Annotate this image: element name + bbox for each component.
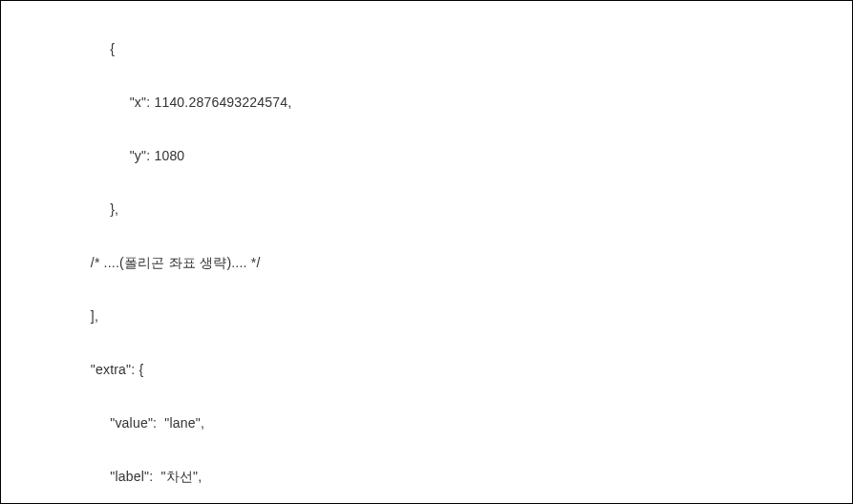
code-line: "label": "차선", bbox=[12, 463, 841, 490]
code-line: "value": "lane", bbox=[12, 410, 841, 436]
code-line: "x": 1140.2876493224574, bbox=[12, 89, 841, 116]
code-line: { bbox=[12, 35, 841, 62]
code-line: "extra": { bbox=[12, 356, 841, 383]
code-line: /* ....(폴리곤 좌표 생략).... */ bbox=[12, 249, 841, 276]
code-line: }, bbox=[12, 196, 841, 222]
code-line: "y": 1080 bbox=[12, 142, 841, 169]
code-block: { "x": 1140.2876493224574, "y": 1080 }, … bbox=[0, 0, 853, 504]
code-line: ], bbox=[12, 303, 841, 329]
